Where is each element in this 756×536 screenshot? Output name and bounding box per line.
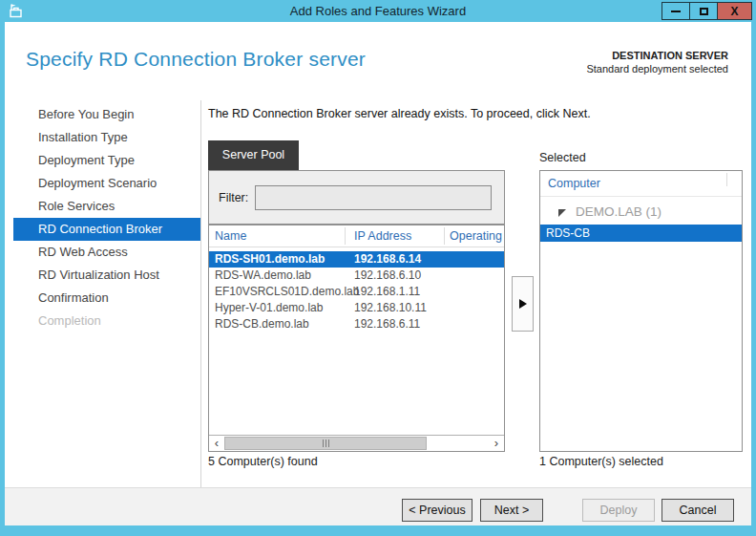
cell-server-name: RDS-SH01.demo.lab	[215, 251, 325, 268]
thumb-grip	[326, 440, 326, 447]
table-row[interactable]: RDS-SH01.demo.lab 192.168.6.14	[209, 251, 504, 268]
tab-server-pool[interactable]: Server Pool	[208, 140, 299, 170]
table-row[interactable]: Hyper-V-01.demo.lab 192.168.10.11	[209, 300, 504, 316]
destination-server-value: Standard deployment selected	[586, 63, 728, 75]
page-title: Specify RD Connection Broker server	[26, 48, 366, 71]
selected-computers-panel: Computer DEMO.LAB (1) RDS-CB	[539, 170, 743, 452]
cell-ip-address: 192.168.10.11	[354, 300, 427, 316]
thumb-grip	[323, 440, 324, 447]
sidebar-item-role-services[interactable]: Role Services	[13, 195, 200, 218]
horizontal-scrollbar[interactable]: ‹ ›	[209, 435, 504, 451]
cell-server-name: Hyper-V-01.demo.lab	[215, 300, 323, 316]
sidebar-item-completion: Completion	[13, 310, 200, 332]
filter-label: Filter:	[219, 191, 248, 204]
scroll-right-icon[interactable]: ›	[489, 436, 504, 451]
column-divider	[444, 227, 445, 245]
header-divider	[540, 196, 742, 197]
column-header-operating-system[interactable]: Operating	[450, 229, 502, 243]
wizard-window: { "window": { "title": "Add Roles and Fe…	[0, 0, 756, 536]
filter-panel: Filter:	[208, 170, 505, 225]
deploy-button: Deploy	[582, 499, 655, 522]
right-arrow-icon	[519, 299, 527, 309]
tree-item-rds-cb[interactable]: RDS-CB	[540, 225, 742, 242]
footer-bar: < Previous Next > Deploy Cancel	[5, 488, 751, 525]
scrollbar-thumb[interactable]	[224, 437, 427, 450]
cell-ip-address: 192.168.6.14	[354, 251, 421, 268]
filter-input[interactable]	[255, 185, 492, 210]
computers-found-count: 5 Computer(s) found	[208, 455, 318, 468]
cell-server-name: RDS-CB.demo.lab	[215, 316, 309, 332]
column-header-name[interactable]: Name	[215, 229, 246, 243]
tree-item-label: RDS-CB	[546, 225, 590, 242]
sidebar-item-before-you-begin[interactable]: Before You Begin	[13, 103, 200, 126]
table-header-row: Name IP Address Operating	[209, 225, 504, 247]
cancel-button[interactable]: Cancel	[662, 499, 734, 522]
scroll-left-icon[interactable]: ‹	[209, 436, 224, 451]
sidebar-item-rd-connection-broker[interactable]: RD Connection Broker	[13, 218, 200, 241]
sidebar-item-rd-web-access[interactable]: RD Web Access	[13, 241, 200, 264]
sidebar-divider	[200, 100, 201, 487]
table-row[interactable]: EF10VSRCLS01D.demo.lab 192.168.1.11	[209, 284, 504, 300]
next-button[interactable]: Next >	[480, 499, 543, 522]
maximize-button[interactable]	[689, 2, 718, 20]
column-divider	[345, 227, 346, 245]
close-icon: X	[730, 6, 738, 17]
sidebar-item-confirmation[interactable]: Confirmation	[13, 287, 200, 310]
selected-panel-label: Selected	[539, 151, 586, 164]
previous-button[interactable]: < Previous	[402, 499, 472, 522]
wizard-step-nav: Before You Begin Installation Type Deplo…	[13, 103, 200, 332]
cell-ip-address: 192.168.6.11	[354, 316, 420, 332]
column-divider	[726, 173, 727, 186]
title-bar[interactable]: Add Roles and Features Wizard X	[0, 0, 756, 22]
cell-server-name: EF10VSRCLS01D.demo.lab	[215, 284, 359, 300]
close-button[interactable]: X	[717, 2, 752, 20]
sidebar-item-installation-type[interactable]: Installation Type	[13, 126, 200, 149]
table-body: RDS-SH01.demo.lab 192.168.6.14 RDS-WA.de…	[209, 251, 504, 332]
thumb-grip	[328, 440, 329, 447]
cell-ip-address: 192.168.6.10	[354, 268, 421, 284]
maximize-icon	[700, 8, 708, 15]
sidebar-item-rd-virtualization-host[interactable]: RD Virtualization Host	[13, 264, 200, 287]
tree-group-label: DEMO.LAB (1)	[576, 204, 662, 219]
minimize-icon	[671, 11, 681, 12]
server-pool-table: Name IP Address Operating RDS-SH01.demo.…	[208, 225, 505, 452]
table-row[interactable]: RDS-CB.demo.lab 192.168.6.11	[209, 316, 504, 332]
computers-selected-count: 1 Computer(s) selected	[539, 455, 663, 468]
tree-group-demo-lab[interactable]: DEMO.LAB (1)	[540, 202, 742, 223]
tree-expanded-icon[interactable]	[558, 209, 566, 217]
sidebar-item-deployment-scenario[interactable]: Deployment Scenario	[13, 172, 200, 195]
column-header-ip-address[interactable]: IP Address	[354, 229, 411, 243]
window-title: Add Roles and Features Wizard	[0, 0, 756, 22]
add-server-button[interactable]	[512, 276, 534, 332]
destination-server-label: DESTINATION SERVER	[586, 50, 728, 61]
cell-ip-address: 192.168.1.11	[354, 284, 420, 300]
table-row[interactable]: RDS-WA.demo.lab 192.168.6.10	[209, 268, 504, 284]
sidebar-item-deployment-type[interactable]: Deployment Type	[13, 149, 200, 172]
instruction-text: The RD Connection Broker server already …	[208, 107, 591, 120]
cell-server-name: RDS-WA.demo.lab	[215, 268, 311, 284]
wizard-body: Specify RD Connection Broker server DEST…	[5, 22, 751, 525]
minimize-button[interactable]	[662, 2, 690, 20]
column-header-computer[interactable]: Computer	[548, 177, 600, 190]
destination-server-block: DESTINATION SERVER Standard deployment s…	[586, 50, 728, 75]
